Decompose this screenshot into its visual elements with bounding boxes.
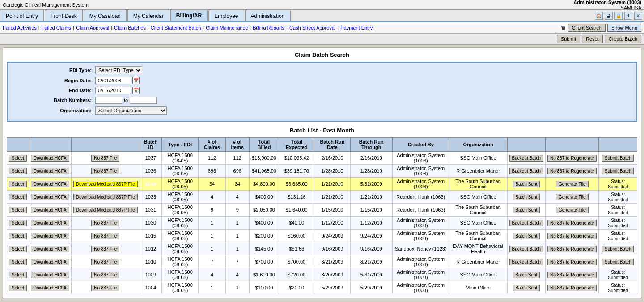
nav-tab-my-calendar[interactable]: My Calendar [127, 10, 169, 21]
genfile-btn-4[interactable]: Generate File [556, 207, 589, 213]
genfile-btn-9[interactable]: No 837 to Regenerate [547, 272, 597, 278]
no837-btn-4[interactable]: Download Medicaid 837P File [73, 207, 138, 213]
select-btn-0[interactable]: Select [9, 155, 27, 162]
end-date-calendar-icon[interactable]: 📅 [132, 87, 140, 94]
sub-nav-claim-batches[interactable]: Claim Batches [114, 25, 146, 30]
select-btn-3[interactable]: Select [9, 194, 27, 200]
begin-date-input[interactable]: 02/01/2008 [95, 77, 131, 84]
app-name: Carelogic Clinical Management System [3, 2, 89, 8]
no837-btn-9[interactable]: No 837 File [91, 272, 119, 278]
genfile-btn-8[interactable]: No 837 to Regenerate [547, 259, 597, 265]
sub-nav-billing-reports[interactable]: Billing Reports [253, 25, 284, 30]
backout-btn-3[interactable]: Batch Sent [513, 194, 540, 200]
genfile-btn-0[interactable]: No 837 to Regenerate [547, 155, 597, 162]
no837-btn-6[interactable]: No 837 File [91, 233, 119, 239]
nav-tab-point-of-entry[interactable]: Point of Entry [0, 10, 44, 21]
backout-btn-2[interactable]: Batch Sent [513, 181, 540, 187]
no837-btn-1[interactable]: No 837 File [91, 168, 119, 174]
batch-numbers-from-input[interactable] [95, 97, 122, 104]
download-btn-6[interactable]: Download HCFA [31, 233, 69, 239]
backout-btn-8[interactable]: Backout Batch [509, 259, 543, 265]
download-btn-1[interactable]: Download HCFA [31, 168, 69, 174]
trash-icon[interactable]: 🗑 [561, 25, 566, 31]
backout-btn-9[interactable]: Batch Sent [513, 272, 540, 278]
download-btn-10[interactable]: Download HCFA [31, 285, 69, 291]
print-icon[interactable]: 🖨 [605, 12, 613, 20]
sub-nav-cash-sheet-approval[interactable]: Cash Sheet Approval [289, 25, 335, 30]
no837-btn-5[interactable]: No 837 File [91, 220, 119, 226]
nav-tab-front-desk[interactable]: Front Desk [45, 10, 83, 21]
no837-btn-7[interactable]: No 837 File [91, 246, 119, 252]
select-btn-4[interactable]: Select [9, 207, 27, 213]
download-btn-7[interactable]: Download HCFA [31, 246, 69, 252]
status-label-10: Status: Submitted [608, 283, 628, 293]
table-row: Select Download HCFA No 837 File 1015 HC… [7, 230, 637, 242]
download-btn-5[interactable]: Download HCFA [31, 220, 69, 226]
no837-btn-10[interactable]: No 837 File [91, 285, 119, 291]
sub-nav-claim-maintenance[interactable]: Claim Maintenance [206, 25, 248, 30]
download-btn-9[interactable]: Download HCFA [31, 272, 69, 278]
client-search-button[interactable]: Client Search [568, 24, 606, 32]
genfile-btn-3[interactable]: Generate File [556, 194, 589, 200]
genfile-btn-7[interactable]: No 837 to Regenerate [547, 246, 597, 252]
genfile-btn-10[interactable]: No 837 to Regenerate [547, 285, 597, 291]
genfile-btn-6[interactable]: No 837 to Regenerate [547, 233, 597, 239]
sub-nav-client-statement-batch[interactable]: Client Statement Batch [151, 25, 201, 30]
status-label-6: Status: Submitted [608, 231, 628, 241]
nav-tab-administration[interactable]: Administration [245, 10, 291, 21]
close-icon[interactable]: ✕ [634, 12, 642, 20]
backout-btn-1[interactable]: Backout Batch [509, 168, 543, 174]
select-btn-6[interactable]: Select [9, 233, 27, 239]
submit-btn-7[interactable]: Submit Batch [602, 246, 634, 252]
batch-list-table: Batch ID Type - EDI # of Claims # of Ite… [7, 137, 637, 294]
backout-btn-4[interactable]: Batch Sent [513, 207, 540, 213]
submit-button[interactable]: Submit [557, 35, 580, 43]
nav-tab-employee[interactable]: Employee [208, 10, 244, 21]
reset-button[interactable]: Reset [582, 35, 603, 43]
show-menu-button[interactable]: Show Menu [607, 24, 641, 32]
select-btn-10[interactable]: Select [9, 285, 27, 291]
select-btn-8[interactable]: Select [9, 259, 27, 265]
download-btn-4[interactable]: Download HCFA [31, 207, 69, 213]
no837-btn-2[interactable]: Download Medicaid 837P File [73, 181, 138, 187]
end-date-input[interactable]: 02/17/2010 [95, 87, 131, 94]
select-btn-2[interactable]: Select [9, 181, 27, 187]
batch-numbers-to-input[interactable] [130, 97, 157, 104]
nav-tab-billing-ar[interactable]: Billing/AR [170, 10, 208, 21]
sub-nav-failed-claims[interactable]: Failed Claims [42, 25, 72, 30]
backout-btn-5[interactable]: Backout Batch [509, 220, 543, 226]
genfile-btn-2[interactable]: Generate File [556, 181, 589, 187]
genfile-btn-5[interactable]: No 837 to Regenerate [547, 220, 597, 226]
download-btn-0[interactable]: Download HCFA [31, 155, 69, 162]
download-btn-8[interactable]: Download HCFA [31, 259, 69, 265]
genfile-btn-1[interactable]: No 837 to Regenerate [547, 168, 597, 174]
no837-btn-8[interactable]: No 837 File [91, 259, 119, 265]
backout-btn-10[interactable]: Batch Sent [513, 285, 540, 291]
sub-nav-payment-entry[interactable]: Payment Entry [340, 25, 373, 30]
home-icon[interactable]: 🏠 [595, 12, 603, 20]
lock-icon[interactable]: 🔒 [614, 12, 623, 20]
select-btn-9[interactable]: Select [9, 272, 27, 278]
col-header-batch-id: Batch ID [140, 138, 161, 152]
no837-btn-3[interactable]: Download Medicaid 837P File [73, 194, 138, 200]
submit-btn-0[interactable]: Submit Batch [602, 155, 634, 162]
info-icon[interactable]: ℹ [624, 12, 632, 20]
create-batch-button[interactable]: Create Batch [605, 35, 641, 43]
backout-btn-6[interactable]: Batch Sent [513, 233, 540, 239]
nav-tab-my-caseload[interactable]: My Caseload [84, 10, 127, 21]
backout-btn-0[interactable]: Backout Batch [509, 155, 543, 162]
edi-type-select[interactable]: Select EDI Type [95, 66, 142, 74]
submit-btn-1[interactable]: Submit Batch [602, 168, 634, 174]
sub-nav-claim-approval[interactable]: Claim Approval [76, 25, 109, 30]
download-btn-3[interactable]: Download HCFA [31, 194, 69, 200]
organization-select[interactable]: Select Organization [95, 106, 167, 115]
select-btn-5[interactable]: Select [9, 220, 27, 226]
download-btn-2[interactable]: Download HCFA [31, 181, 69, 187]
select-btn-1[interactable]: Select [9, 168, 27, 174]
backout-btn-7[interactable]: Backout Batch [509, 246, 543, 252]
sub-nav-failed-activities[interactable]: Failed Activities [3, 25, 37, 30]
select-btn-7[interactable]: Select [9, 246, 27, 252]
begin-date-calendar-icon[interactable]: 📅 [132, 77, 140, 84]
submit-btn-8[interactable]: Submit Batch [602, 259, 634, 265]
no837-btn-0[interactable]: No 837 File [91, 155, 119, 162]
